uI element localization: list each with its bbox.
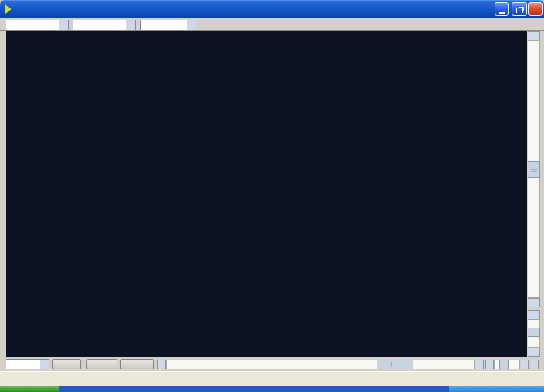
- chevron-down-icon[interactable]: [59, 20, 68, 30]
- vertical-zoom-out-button[interactable]: [528, 348, 540, 357]
- horizontal-zoom-out-button[interactable]: [485, 360, 494, 369]
- horizontal-scroll-track[interactable]: [166, 360, 475, 369]
- thumb-grip: [391, 362, 398, 367]
- minimize-button[interactable]: [495, 2, 509, 16]
- interval-select[interactable]: [73, 20, 136, 30]
- horizontal-zoom-in-button[interactable]: [521, 360, 529, 369]
- analyse-tool-select[interactable]: [6, 359, 49, 369]
- chart-type-select[interactable]: [140, 20, 196, 30]
- sell-button[interactable]: [86, 359, 117, 369]
- thumb-grip: [531, 167, 537, 172]
- restore-icon: [516, 8, 523, 13]
- bottom-toolbar: [0, 357, 544, 371]
- candlestick-chart[interactable]: [6, 31, 527, 357]
- application-window: [0, 0, 544, 386]
- vertical-zoom-in-button[interactable]: [528, 310, 540, 319]
- chart-area: [6, 31, 527, 357]
- chevron-down-icon[interactable]: [40, 360, 49, 369]
- minimize-icon: [499, 12, 505, 14]
- reset-view-button[interactable]: [531, 360, 539, 369]
- close-button[interactable]: [528, 2, 543, 16]
- status-bar: [0, 371, 544, 386]
- scroll-down-button[interactable]: [528, 298, 540, 307]
- chevron-down-icon[interactable]: [187, 20, 196, 30]
- taskbar-item[interactable]: [449, 386, 544, 392]
- title-bar: [0, 0, 544, 18]
- play-icon: [5, 4, 11, 14]
- vertical-scroll-thumb[interactable]: [528, 161, 540, 178]
- buy-button[interactable]: [52, 359, 81, 369]
- scroll-up-button[interactable]: [528, 31, 540, 40]
- scroll-right-button[interactable]: [475, 360, 484, 369]
- horizontal-scroll-thumb[interactable]: [377, 360, 413, 369]
- start-button[interactable]: [0, 386, 59, 392]
- chart-toolbar: [0, 18, 544, 31]
- vertical-scrollbar: [527, 31, 541, 357]
- scroll-left-button[interactable]: [157, 360, 166, 369]
- restore-button[interactable]: [512, 2, 527, 16]
- symbol-select[interactable]: [6, 20, 69, 30]
- chevron-down-icon[interactable]: [126, 20, 135, 30]
- vertical-zoom-thumb[interactable]: [528, 328, 540, 337]
- set-box-button[interactable]: [120, 359, 154, 369]
- horizontal-zoom-thumb[interactable]: [499, 360, 509, 369]
- taskbar: [0, 386, 544, 392]
